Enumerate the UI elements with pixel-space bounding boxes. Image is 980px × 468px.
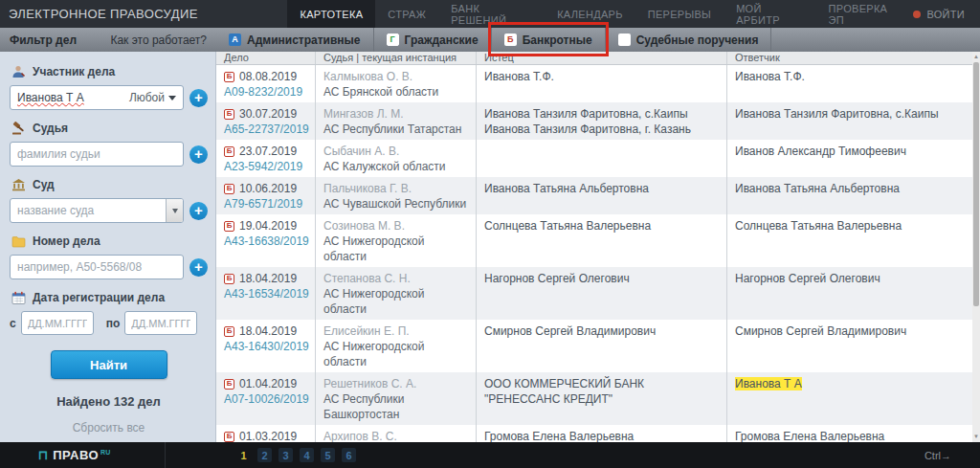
bankruptcy-badge-icon: Б xyxy=(224,146,234,157)
court-name: АС Республики Башкортостан xyxy=(323,391,470,422)
nav-item-active[interactable]: КАРТОТЕКА xyxy=(287,0,375,28)
table-header: ДелоСудья | текущая инстанцияИстецОтветч… xyxy=(216,52,980,65)
judge-cell: Мингазов Л. М.АС Республики Татарстан xyxy=(316,102,477,140)
tab-letter-icon-А: А xyxy=(229,33,241,46)
judge-name: Пальчикова Г. В. xyxy=(323,181,470,196)
folder-icon xyxy=(11,235,26,248)
top-header: ЭЛЕКТРОННОЕ ПРАВОСУДИЕ КАРТОТЕКАСТРАЖБАН… xyxy=(0,0,980,28)
tab-letter-icon-Б: Б xyxy=(504,33,517,46)
plaintiff-list: Солнцева Татьяна Валерьевна xyxy=(484,218,651,234)
page-button-2[interactable]: 2 xyxy=(257,448,272,462)
tab-square-icon xyxy=(618,33,631,46)
case-number-link[interactable]: А23-5942/2019 xyxy=(224,159,309,174)
case-number-link[interactable]: А65-22737/2019 xyxy=(224,122,309,137)
nav-item-link[interactable]: МОЙ АРБИТР xyxy=(724,0,815,28)
case-number-link[interactable]: А07-10026/2019 xyxy=(224,391,309,407)
case-date-line: Б01.04.2019 xyxy=(224,376,309,391)
court-name: АС Нижегородской области xyxy=(323,339,470,369)
participant-section-label: Участник дела xyxy=(11,65,208,78)
filter-sidebar: Участник дела Иванова Т А Любой + Судья … xyxy=(0,52,216,442)
search-button[interactable]: Найти xyxy=(51,350,167,379)
case-date: 18.04.2019 xyxy=(239,323,297,339)
tab-судебные поручения[interactable]: Судебные поручения xyxy=(606,28,772,52)
date-from-label: с xyxy=(10,317,16,330)
case-date: 01.03.2019 xyxy=(239,429,297,442)
table-row: Б23.07.2019А23-5942/2019Сыбачин А. В.АС … xyxy=(216,140,980,177)
case-date: 08.08.2019 xyxy=(239,69,297,84)
vertical-scrollbar[interactable]: ▲ ▼ xyxy=(972,52,980,442)
add-judge-button[interactable]: + xyxy=(189,145,208,164)
defendant-text: Громова Елена Валерьевна xyxy=(735,430,884,442)
page-button-6[interactable]: 6 xyxy=(342,448,356,462)
login-button[interactable]: ВОЙТИ xyxy=(913,0,980,28)
case-number-link[interactable]: А43-16430/2019 xyxy=(224,339,309,354)
case-date-line: Б30.07.2019 xyxy=(224,106,309,122)
judge-cell: Елисейкин Е. П.АС Нижегородской области xyxy=(316,320,477,372)
nav-item-link[interactable]: КАЛЕНДАРЬ xyxy=(545,0,635,28)
tab-административные[interactable]: ААдминистративные xyxy=(216,28,374,52)
defendant-cell: Солнцева Татьяна Валерьевна xyxy=(727,214,980,267)
case-date-line: Б10.06.2019 xyxy=(224,181,309,196)
participant-input[interactable]: Иванова Т А Любой xyxy=(10,85,184,110)
judge-input[interactable] xyxy=(10,142,184,167)
results-count: Найдено 132 дел xyxy=(10,394,208,409)
defendant-cell: Иванова Танзиля Фаритовна, с.Каипы xyxy=(727,102,980,140)
filter-toolbar: Фильтр дел Как это работает? ААдминистра… xyxy=(0,28,980,52)
nav-item-link[interactable]: ПРОВЕРКА ЭП xyxy=(816,0,914,28)
participant-role-dropdown[interactable]: Любой xyxy=(129,91,176,104)
judge-name: Созинова М. В. xyxy=(323,218,470,234)
plaintiff-name: ООО КОММЕРЧЕСКИЙ БАНК "РЕНЕССАНС КРЕДИТ" xyxy=(484,376,721,407)
nav-item-link[interactable]: БАНК РЕШЕНИЙ xyxy=(438,0,545,28)
page-button-3[interactable]: 3 xyxy=(278,448,293,462)
add-case-number-button[interactable]: + xyxy=(189,258,208,277)
court-select[interactable]: название суда xyxy=(10,198,184,223)
how-it-works-link[interactable]: Как это работает? xyxy=(110,33,207,47)
plaintiff-name: Солнцева Татьяна Валерьевна xyxy=(484,218,651,234)
main-nav: КАРТОТЕКАСТРАЖБАНК РЕШЕНИЙКАЛЕНДАРЬПЕРЕР… xyxy=(287,0,913,28)
case-number-link[interactable]: А79-6571/2019 xyxy=(224,196,309,212)
tab-банкротные[interactable]: ББанкротные xyxy=(492,28,606,52)
case-number-link[interactable]: А43-16638/2019 xyxy=(224,234,309,249)
date-from-input[interactable] xyxy=(21,311,94,335)
case-date: 10.06.2019 xyxy=(239,181,297,196)
case-date: 30.07.2019 xyxy=(239,106,297,122)
page-button-1[interactable]: 1 xyxy=(236,448,251,462)
add-participant-button[interactable]: + xyxy=(189,89,208,107)
plaintiff-name: Иванова Татьяна Альбертовна xyxy=(484,181,649,196)
nav-item-link[interactable]: СТРАЖ xyxy=(375,0,438,28)
defendant-text: Солнцева Татьяна Валерьевна xyxy=(735,219,902,233)
judge-name: Мингазов Л. М. xyxy=(323,106,470,122)
scroll-up-arrow-icon[interactable]: ▲ xyxy=(972,53,980,61)
table-row: Б10.06.2019А79-6571/2019Пальчикова Г. В.… xyxy=(216,177,980,214)
search-match-highlight: Иванова Т А xyxy=(735,377,802,390)
date-to-input[interactable] xyxy=(124,311,197,335)
footer-divider xyxy=(165,442,166,468)
tab-гражданские[interactable]: ГГражданские xyxy=(374,28,492,52)
tab-label: Банкротные xyxy=(523,33,592,47)
pravo-ru-logo[interactable]: ⊓ ПРАВО RU xyxy=(0,448,165,462)
plaintiff-name: Нагорнов Сергей Олегович xyxy=(484,271,630,286)
judge-section-label: Судья xyxy=(11,122,208,135)
scrollbar-thumb[interactable] xyxy=(973,62,979,306)
page-button-4[interactable]: 4 xyxy=(300,448,314,462)
defendant-text: Иванова Татьяна Альбертовна xyxy=(735,182,900,195)
add-court-button[interactable]: + xyxy=(189,202,208,220)
defendant-cell: Смирнов Сергей Владимирович xyxy=(727,320,980,372)
page-button-5[interactable]: 5 xyxy=(321,448,335,462)
nav-item-link[interactable]: ПЕРЕРЫВЫ xyxy=(635,0,724,28)
case-cell: Б10.06.2019А79-6571/2019 xyxy=(216,177,316,214)
reset-all-link[interactable]: Сбросить все xyxy=(10,421,208,435)
defendant-name: Иванова Танзиля Фаритовна, с.Каипы xyxy=(735,106,974,122)
tab-letter-icon-Г: Г xyxy=(387,33,399,46)
plaintiff-list: Смирнов Сергей Владимирович xyxy=(484,323,656,339)
case-number-input[interactable] xyxy=(10,255,184,279)
case-number-link[interactable]: А09-8232/2019 xyxy=(224,84,309,100)
column-header: Истец xyxy=(477,52,727,64)
plaintiff-cell: ООО КОММЕРЧЕСКИЙ БАНК "РЕНЕССАНС КРЕДИТ" xyxy=(477,372,727,425)
court-select-arrow[interactable] xyxy=(166,199,183,222)
case-number-section-label: Номер дела xyxy=(11,234,208,248)
defendant-cell: Нагорнов Сергей Олегович xyxy=(727,267,980,320)
scroll-down-arrow-icon[interactable]: ▼ xyxy=(972,433,980,441)
plaintiff-name: Громова Елена Валерьевна xyxy=(484,429,634,442)
case-number-link[interactable]: А43-16534/2019 xyxy=(224,286,309,301)
